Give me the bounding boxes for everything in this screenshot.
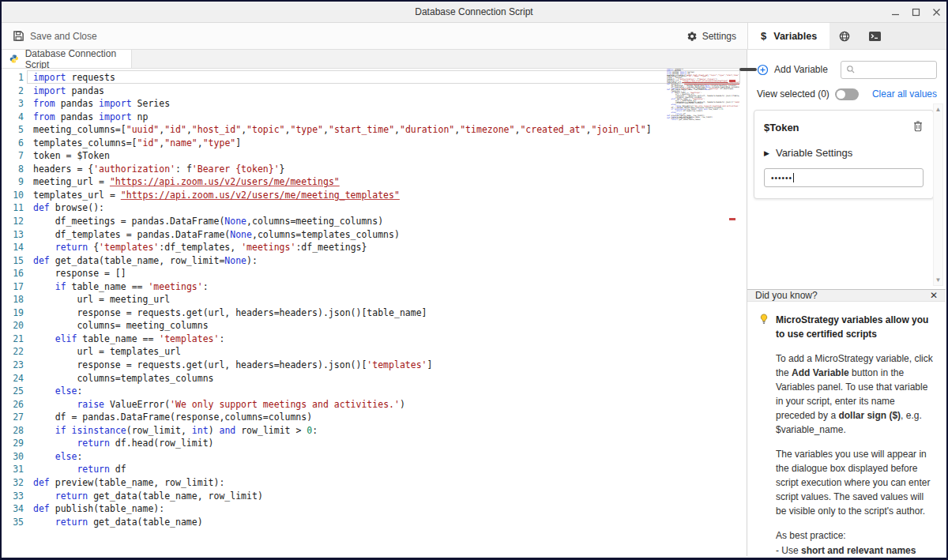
minimize-button[interactable] [885, 2, 905, 23]
overview-ruler-mark [729, 80, 735, 82]
view-selected-toggle[interactable] [835, 88, 859, 100]
app-window: Database Connection Script Save and Clos… [0, 0, 948, 560]
did-you-know-content: MicroStrategy variables allow you to use… [747, 302, 946, 556]
lightbulb-icon [758, 313, 769, 341]
clear-all-values-link[interactable]: Clear all values [872, 88, 937, 100]
tip-heading: MicroStrategy variables allow you to use… [776, 313, 935, 341]
variables-tab-label: Variables [773, 31, 817, 42]
maximize-icon [912, 8, 920, 17]
masked-value: •••••• [771, 174, 792, 182]
variables-scrollbar[interactable]: ▲ ▼ [933, 103, 943, 286]
variables-panel: Add Variable View selected (0) Clear all… [747, 50, 946, 289]
best-practice-title: As best practice: [776, 528, 935, 543]
variable-settings-label: Variable Settings [776, 147, 852, 159]
editor-column: Database Connection Script 1 2 3 4 5 6 7… [2, 50, 747, 556]
variable-value-input[interactable]: •••••• [764, 168, 924, 187]
did-you-know-header: Did you know? ✕ [747, 290, 946, 302]
close-button[interactable] [926, 2, 946, 23]
maximize-button[interactable] [905, 2, 926, 23]
variable-settings-expander[interactable]: ▶ Variable Settings [764, 147, 924, 159]
line-numbers: 1 2 3 4 5 6 7 8 9 10 11 12 13 14 15 16 1… [2, 71, 24, 528]
console-icon [868, 31, 882, 42]
tab-console[interactable] [860, 23, 890, 49]
overview-ruler-mark [729, 218, 735, 220]
main-area: Database Connection Script 1 2 3 4 5 6 7… [2, 50, 946, 556]
did-you-know-panel: Did you know? ✕ MicroStrategy variables … [747, 289, 946, 556]
packages-globe-icon [838, 30, 851, 43]
editor-tab-strip: Database Connection Script [2, 50, 747, 69]
tab-variables[interactable]: $ Variables [748, 23, 830, 49]
toolbar: Save and Close Settings $ Variables [2, 23, 946, 50]
right-panel: Add Variable View selected (0) Clear all… [747, 50, 946, 556]
splitter-grip[interactable] [739, 68, 757, 71]
minimize-icon [891, 8, 900, 17]
tab-packages[interactable] [830, 23, 860, 49]
save-and-close-button[interactable]: Save and Close [13, 23, 97, 49]
view-selected-label: View selected (0) [757, 88, 830, 100]
variable-name: $Token [764, 122, 799, 133]
chevron-right-icon: ▶ [764, 149, 769, 157]
save-icon [13, 30, 24, 42]
toolbar-spacer [97, 23, 687, 49]
settings-button[interactable]: Settings [687, 23, 736, 49]
did-you-know-close-button[interactable]: ✕ [930, 290, 938, 301]
dollar-sign-icon: $ [761, 30, 766, 42]
plus-circle-icon [757, 64, 769, 76]
code-editor[interactable]: 1 2 3 4 5 6 7 8 9 10 11 12 13 14 15 16 1… [2, 69, 747, 556]
editor-tab-label: Database Connection Script [25, 48, 131, 70]
window-title: Database Connection Script [2, 6, 946, 17]
close-icon [932, 8, 941, 17]
gear-icon [687, 31, 698, 42]
tip-paragraph-1: To add a MicroStrategy variable, click t… [776, 351, 935, 437]
search-input[interactable] [856, 65, 927, 74]
did-you-know-title: Did you know? [755, 290, 818, 301]
variable-search[interactable] [841, 61, 937, 79]
scroll-up-icon[interactable]: ▲ [935, 104, 942, 115]
best-practice-item: - Use short and relevant names [776, 543, 935, 556]
scroll-down-icon[interactable]: ▼ [935, 275, 942, 285]
python-icon [9, 54, 19, 64]
tip-paragraph-2: The variables you use will appear in the… [776, 447, 935, 518]
code-content[interactable]: import requestsimport pandasfrom pandas … [33, 71, 652, 528]
save-and-close-label: Save and Close [30, 31, 97, 42]
toggle-knob [837, 90, 845, 99]
window-controls [885, 2, 946, 23]
minimap-content: import requestsimport pandasfrom pandas … [667, 69, 739, 121]
titlebar: Database Connection Script [2, 2, 946, 23]
trash-icon [912, 120, 924, 132]
variable-card: $Token ▶ Vari [754, 110, 934, 199]
text-cursor [793, 173, 794, 182]
panel-tab-strip: $ Variables [747, 23, 946, 49]
delete-variable-button[interactable] [912, 120, 924, 135]
add-variable-button[interactable]: Add Variable [757, 64, 828, 76]
settings-label: Settings [702, 31, 736, 42]
minimap[interactable]: import requestsimport pandasfrom pandas … [667, 69, 739, 124]
search-icon [846, 65, 856, 74]
add-variable-label: Add Variable [774, 64, 828, 75]
tab-database-connection-script[interactable]: Database Connection Script [2, 50, 132, 68]
